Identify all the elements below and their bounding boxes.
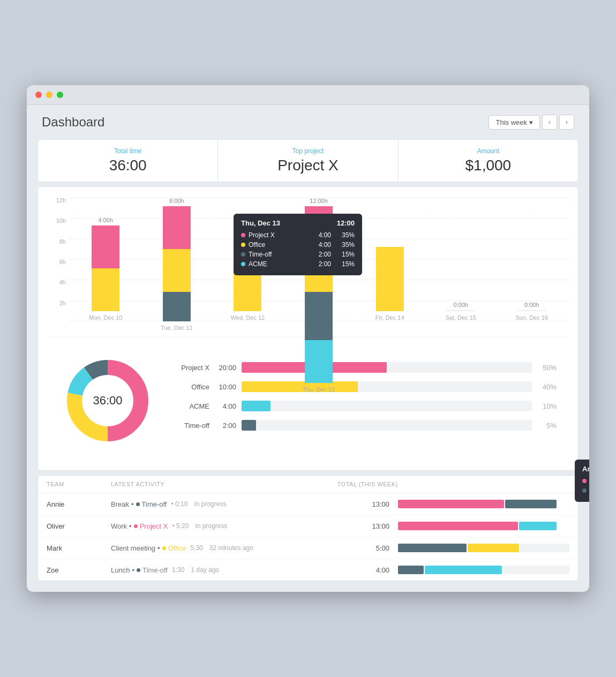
project-name-1: Office [167,383,209,391]
activity-oliver: Work • Project X • 5:20 In progress [111,522,334,530]
day-sat: 0:00h Sat, Dec 15 [425,198,497,321]
y-label-10: 10h [56,218,66,224]
mini-bar-oliver-1 [519,522,557,530]
total-annie: 13:00 [334,500,398,508]
close-dot[interactable] [35,92,42,98]
bar-label-mon: 4:00h [99,217,114,223]
project-bar-track-2 [242,401,532,411]
day-label-fri: Fri, Dec 14 [375,314,404,321]
project-bar-fill-3 [242,420,256,431]
bar-stack-sun [518,310,546,311]
col-header-bar [398,481,569,487]
project-bar-track-3 [242,420,532,431]
bar-slate-thu [305,292,333,340]
bar-cell-mark [398,544,569,552]
tooltip-time-2: 2:00 [319,251,331,258]
col-header-activity: LATEST ACTIVITY [111,481,334,487]
total-zoe: 4:00 [334,566,398,574]
bar-cell-oliver [398,522,569,530]
bar-label-thu: 12:00h [310,198,328,204]
activity-project-oliver: Project X [140,522,168,530]
project-name-0: Project X [167,364,209,372]
tooltip-time-1: 4:00 [319,241,331,249]
amount-stat: Amount $1,000 [399,140,578,182]
tooltip-pct-2: 15% [339,251,355,258]
maximize-dot[interactable] [57,92,63,98]
top-project-label: Top project [229,147,387,155]
activity-status-mark: 32 minutes ago [209,544,253,552]
top-project-stat: Top project Project X [218,140,398,182]
tooltip-time-3: 2:00 [319,260,331,268]
activity-time-oliver: • 5:20 [172,522,189,530]
activity-dot-annie [136,502,140,506]
mini-bar-oliver-0 [398,522,518,530]
total-time-value: 36:00 [49,157,207,174]
bar-cell-annie: Annie 13:00 Project X 9:00 65% Time-off [398,500,569,508]
project-time-1: 10:00 [215,383,236,391]
day-label-sat: Sat, Dec 15 [445,314,476,321]
team-row-oliver: Oliver Work • Project X • 5:20 In progre… [38,515,578,537]
y-label-8: 8h [59,239,66,245]
project-row-office: Office 10:00 40% [167,381,557,392]
y-axis: 12h 10h 8h 6h 4h 2h [49,198,69,321]
tooltip-dot-acme [241,262,245,266]
activity-time-annie: • 0:10 [171,500,188,508]
activity-time-mark: 5:30 [190,544,202,552]
mini-bar-mark-0 [398,544,467,552]
day-label-wed: Wed, Dec 12 [231,314,265,321]
day-label-thu: Thu, Dec 13 [303,386,335,393]
project-pct-2: 10% [537,402,557,410]
tooltip-name-0: Project X [249,231,315,239]
day-fri: Fri, Dec 14 [354,198,425,321]
bar-yellow-mon [92,268,119,311]
bar-blue-thu [305,340,333,383]
project-time-3: 2:00 [215,422,236,430]
day-sun: 0:00h Sun, Dec 16 [496,198,567,321]
donut-center-label: 36:00 [93,394,122,408]
activity-project-annie: Time-off [142,500,167,508]
tooltip-name-3: ACME [249,260,315,268]
minimize-dot[interactable] [46,92,52,98]
tooltip-pct-1: 35% [339,241,355,249]
tooltip-row-2: Time-off 2:00 15% [241,251,355,258]
project-time-2: 4:00 [215,402,236,410]
next-week-button[interactable]: › [559,115,574,130]
project-row-acme: ACME 4:00 10% [167,401,557,411]
mini-bar-mark-1 [468,544,519,552]
col-header-team: TEAM [47,481,111,487]
prev-week-button[interactable]: ‹ [542,115,557,130]
donut-chart: 36:00 [59,352,156,449]
project-bar-track-1 [242,381,532,392]
bar-stack-fri [376,247,404,311]
activity-zoe: Lunch • Time-off 1:30 1 day ago [111,566,334,574]
bar-cell-zoe [398,566,569,574]
main-content: Total time 36:00 Top project Project X A… [27,139,589,592]
chart-area: Thu, Dec 13 12:00 Project X 4:00 35% Off… [49,198,567,460]
activity-annie: Break • Time-off • 0:10 In progress [111,500,334,508]
this-week-button[interactable]: This week ▾ [489,115,540,130]
y-label-6: 6h [59,259,66,265]
activity-status-annie: In progress [194,500,226,508]
tooltip-dot-timeoff [241,252,245,257]
tooltip-pct-3: 15% [339,260,355,268]
mini-bar-zoe-0 [398,566,424,574]
tooltip-row-1: Office 4:00 35% [241,241,355,249]
activity-project-zoe: Time-off [142,566,168,574]
tooltip-pct-0: 35% [339,231,355,239]
bar-label-sat: 0:00h [453,302,468,308]
day-label-sun: Sun, Dec 16 [515,314,548,321]
team-name-oliver: Oliver [47,522,111,530]
project-time-0: 20:00 [215,364,236,372]
titlebar [27,85,589,105]
project-pct-1: 40% [537,383,557,391]
bar-yellow-fri [376,247,404,311]
team-tooltip-header-annie: Annie 13:00 [582,465,589,473]
tooltip-name-2: Time-off [249,251,315,258]
activity-time-zoe: 1:30 [172,566,184,574]
project-pct-3: 5% [537,422,557,430]
tooltip-row-0: Project X 4:00 35% [241,231,355,239]
project-pct-0: 50% [537,364,557,372]
total-time-stat: Total time 36:00 [38,140,218,182]
activity-dot-oliver [134,524,138,528]
bar-stack-mon [92,225,119,311]
